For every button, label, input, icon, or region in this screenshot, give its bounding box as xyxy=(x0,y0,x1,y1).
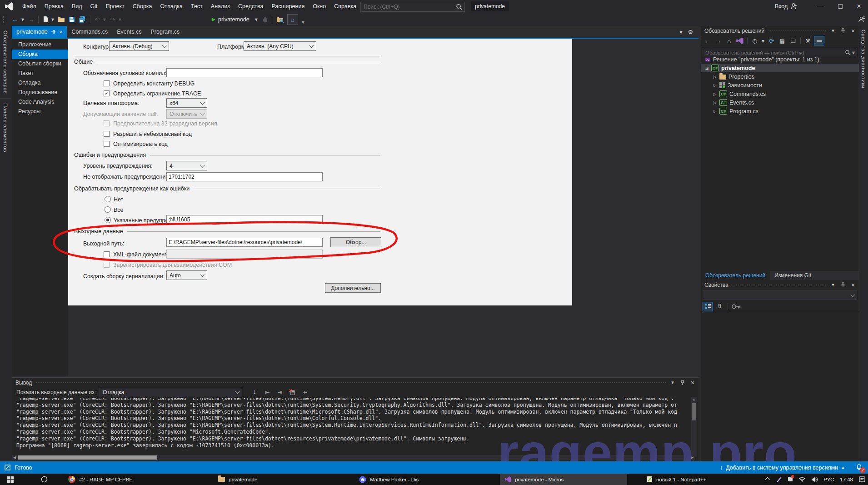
toolbox-tab[interactable]: Панель элементов xyxy=(0,98,11,157)
menu-file[interactable]: Файл xyxy=(18,0,40,13)
suppress-warnings-input[interactable] xyxy=(166,172,323,181)
feedback-icon[interactable] xyxy=(857,13,866,26)
taskbar-notepad-plus-plus[interactable]: новый 1 - Notepad++ xyxy=(642,474,769,485)
home-icon[interactable]: ⌂ xyxy=(724,36,734,45)
warning-level-dropdown[interactable]: 4 xyxy=(166,161,207,170)
tree-item-commands-cs[interactable]: ▷ C# Commands.cs xyxy=(701,90,859,98)
taskbar-explorer-privatemode[interactable]: privatemode xyxy=(214,474,298,485)
tab-program-cs[interactable]: Program.cs xyxy=(146,26,184,38)
properties-wrench-icon[interactable]: ⚒ xyxy=(803,36,813,45)
save-button[interactable] xyxy=(67,13,76,26)
taskbar-visual-studio[interactable]: privatemode - Micros xyxy=(500,474,627,485)
categorized-view-icon[interactable] xyxy=(703,302,713,311)
tree-item-solution[interactable]: Решение "privatemode" (проекты: 1 из 1) xyxy=(701,55,859,64)
previous-message-icon[interactable]: ⇤ xyxy=(263,389,272,395)
tree-item-events-cs[interactable]: ▷ C# Events.cs xyxy=(701,98,859,107)
specific-warnings-input[interactable] xyxy=(166,215,323,224)
home-button[interactable]: ⌂ xyxy=(287,14,298,25)
menu-help[interactable]: Справка xyxy=(330,0,360,13)
pin-icon[interactable] xyxy=(51,30,56,35)
tree-item-dependencies[interactable]: ▷ Зависимости xyxy=(701,81,859,90)
pin-icon[interactable] xyxy=(840,282,846,288)
menu-tools[interactable]: Средства xyxy=(234,0,267,13)
collapse-all-icon[interactable]: ▤ xyxy=(778,36,787,45)
treat-all-radio[interactable] xyxy=(105,206,111,213)
navigate-forward-button[interactable]: → xyxy=(26,13,36,26)
tab-commands-cs[interactable]: Commands.cs xyxy=(67,26,112,38)
expander-collapsed-icon[interactable]: ▷ xyxy=(713,75,717,79)
notifications-bell-button[interactable]: 2 xyxy=(856,464,863,472)
run-target-label[interactable]: privatemode xyxy=(218,13,249,26)
server-explorer-tab[interactable]: Обозреватель серверов xyxy=(0,26,11,98)
define-trace-checkbox[interactable]: ✓ xyxy=(104,90,110,96)
background-tasks-icon[interactable] xyxy=(5,465,10,470)
save-all-button[interactable] xyxy=(77,13,87,26)
output-source-dropdown[interactable]: Отладка xyxy=(100,388,242,397)
tab-git-changes[interactable]: Изменения Git xyxy=(770,271,816,280)
alphabetical-sort-icon[interactable]: ⇅ xyxy=(715,302,724,311)
action-center-icon[interactable] xyxy=(859,476,865,482)
menu-view[interactable]: Вид xyxy=(68,0,86,13)
solution-search-input[interactable] xyxy=(703,50,845,55)
add-to-source-control-button[interactable]: ↑ Добавить в систему управления версиями… xyxy=(720,465,845,471)
expander-collapsed-icon[interactable]: ▷ xyxy=(713,83,717,88)
expander-expanded-icon[interactable]: ◢ xyxy=(704,66,709,70)
serialization-dropdown[interactable]: Auto xyxy=(166,270,207,280)
volume-icon[interactable] xyxy=(811,477,818,482)
tray-clock[interactable]: 17:48 xyxy=(840,477,853,482)
minimize-button[interactable]: — xyxy=(811,0,830,13)
tab-privatemode[interactable]: privatemode × xyxy=(12,26,67,38)
nav-package[interactable]: Пакет xyxy=(12,69,68,78)
tray-language[interactable]: РУС xyxy=(823,477,834,482)
switch-views-icon[interactable] xyxy=(735,36,745,45)
new-file-button[interactable] xyxy=(41,13,50,26)
pin-icon[interactable] xyxy=(679,380,686,385)
navigate-back-caret[interactable]: ▾ xyxy=(20,13,25,26)
taskbar-discord[interactable]: Matthew Parker - Dis xyxy=(354,474,482,485)
scroll-up-icon[interactable]: ▲ xyxy=(691,397,697,402)
back-icon[interactable]: ← xyxy=(703,36,712,45)
start-button[interactable] xyxy=(3,474,18,485)
tab-solution-explorer[interactable]: Обозреватель решений xyxy=(701,271,770,280)
navigate-back-button[interactable]: ← xyxy=(10,13,20,26)
tree-item-program-cs[interactable]: ▷ C# Program.cs xyxy=(701,107,859,115)
optimize-code-checkbox[interactable] xyxy=(104,141,110,147)
scrollbar-thumb[interactable] xyxy=(692,403,696,420)
define-debug-checkbox[interactable] xyxy=(104,80,110,86)
toolbar-grip[interactable] xyxy=(3,13,7,26)
quick-search-box[interactable] xyxy=(360,2,465,12)
nav-debug[interactable]: Отладка xyxy=(12,78,68,88)
panel-menu-icon[interactable]: ▾ xyxy=(830,282,836,288)
tab-list-dropdown-icon[interactable]: ▾ xyxy=(680,29,683,35)
show-all-files-icon[interactable] xyxy=(814,36,824,45)
close-button[interactable]: × xyxy=(850,0,868,13)
quick-search-input[interactable] xyxy=(361,4,456,10)
menu-debug[interactable]: Отладка xyxy=(156,0,187,13)
expander-collapsed-icon[interactable]: ▷ xyxy=(713,109,717,114)
nav-build-events[interactable]: События сборки xyxy=(12,59,68,69)
nav-resources[interactable]: Ресурсы xyxy=(12,107,68,116)
nav-application[interactable]: Приложение xyxy=(12,40,68,50)
output-path-input[interactable] xyxy=(166,238,323,247)
nav-build[interactable]: Сборка xyxy=(12,50,68,59)
maximize-button[interactable]: ☐ xyxy=(831,0,850,13)
close-icon[interactable]: × xyxy=(850,281,856,289)
undo-caret[interactable]: ▾ xyxy=(102,13,107,26)
tree-item-project[interactable]: ◢ C# privatemode xyxy=(701,64,859,72)
redo-button[interactable]: ↷ xyxy=(108,13,117,26)
panel-menu-icon[interactable]: ▾ xyxy=(830,28,836,34)
new-file-caret[interactable]: ▾ xyxy=(50,13,55,26)
filter-caret-icon[interactable]: ▾ xyxy=(761,36,765,45)
menu-project[interactable]: Проект xyxy=(102,0,129,13)
word-wrap-icon[interactable]: ↩ xyxy=(301,389,310,395)
menu-test[interactable]: Тест xyxy=(187,0,207,13)
clear-all-icon[interactable]: ▤✕ xyxy=(288,389,297,395)
properties-object-dropdown[interactable] xyxy=(703,290,857,300)
browse-button[interactable]: Обзор... xyxy=(330,237,381,247)
close-icon[interactable]: × xyxy=(689,379,696,386)
find-in-files-button[interactable] xyxy=(274,13,285,26)
close-icon[interactable]: × xyxy=(850,27,856,35)
menu-git[interactable]: Git xyxy=(86,0,102,13)
platform-dropdown[interactable]: Активн. (Any CPU) xyxy=(244,41,316,51)
diagnostic-tools-tab[interactable]: Средства диагностики xyxy=(859,26,868,92)
